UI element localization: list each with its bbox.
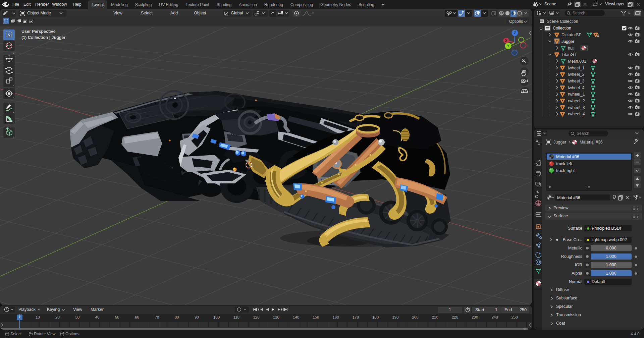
svg-text:lwheel_3: lwheel_3 — [568, 79, 584, 83]
svg-text:Y: Y — [507, 44, 509, 48]
svg-text:4: 4 — [597, 34, 599, 38]
svg-text:Jugger: Jugger — [561, 39, 574, 44]
svg-text:rwheel_2: rwheel_2 — [568, 99, 585, 103]
svg-text:rwheel_1: rwheel_1 — [568, 92, 585, 97]
svg-text:track-left: track-left — [556, 162, 572, 166]
svg-text:rwheel_3: rwheel_3 — [568, 105, 585, 110]
svg-text:Material #36: Material #36 — [556, 155, 579, 159]
svg-text:X: X — [505, 39, 507, 43]
svg-text:Material #36: Material #36 — [580, 140, 603, 145]
svg-text:Collection: Collection — [553, 26, 571, 31]
svg-text:Z: Z — [514, 31, 516, 35]
svg-text:DictatorSP: DictatorSP — [561, 33, 582, 37]
svg-text:lwheel_4: lwheel_4 — [568, 86, 584, 90]
svg-text:TitanGT: TitanGT — [561, 52, 577, 57]
svg-text:track-right: track-right — [556, 168, 575, 173]
svg-text:Mesh.001: Mesh.001 — [568, 59, 586, 64]
svg-text:Material #36: Material #36 — [557, 195, 580, 200]
svg-text:hull: hull — [568, 46, 574, 51]
svg-text:3: 3 — [586, 47, 588, 51]
svg-text:Scene Collection: Scene Collection — [547, 19, 578, 24]
svg-text:rwheel_4: rwheel_4 — [568, 112, 585, 116]
svg-text:lwheel_2: lwheel_2 — [568, 72, 584, 77]
svg-text:lwheel_1: lwheel_1 — [568, 66, 584, 70]
svg-text:Jugger: Jugger — [553, 140, 566, 145]
